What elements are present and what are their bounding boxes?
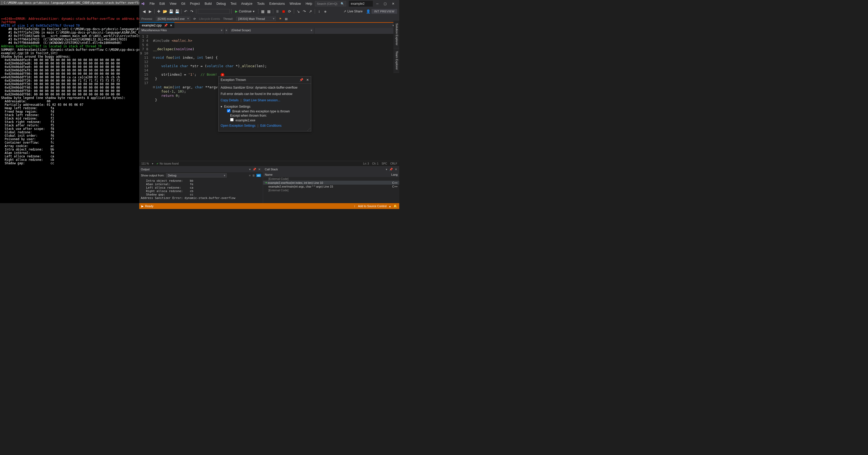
debug-tool-1[interactable]: ▦ bbox=[260, 8, 265, 14]
menu-file[interactable]: File bbox=[147, 1, 157, 6]
debug-status-icon: ▶ bbox=[142, 204, 144, 208]
console-titlebar[interactable]: C:\MSDN\cpp-docs-pr\docs\c-language\ASAN… bbox=[0, 0, 139, 5]
chevron-up-icon[interactable]: ▴ bbox=[389, 204, 391, 208]
tab-example2[interactable]: example2.cpp 📌 ✕ bbox=[140, 22, 175, 28]
dropdown-icon[interactable]: ▾ bbox=[385, 168, 388, 171]
current-frame-icon: ➜ bbox=[265, 181, 267, 184]
redo-icon[interactable]: ↷ bbox=[189, 8, 194, 14]
scope-global[interactable]: (Global Scope) bbox=[229, 28, 314, 34]
break-checkbox[interactable] bbox=[227, 109, 230, 112]
add-source-control[interactable]: Add to Source Control bbox=[358, 204, 386, 208]
step-into-icon[interactable]: ↘ bbox=[296, 8, 301, 14]
pin-icon[interactable]: 📌 bbox=[389, 168, 394, 171]
menu-debug[interactable]: Debug bbox=[214, 1, 228, 6]
wrap-icon[interactable]: ≣ bbox=[252, 174, 255, 177]
open-icon[interactable]: 📂 bbox=[162, 8, 167, 14]
save-all-icon[interactable]: 💾 bbox=[175, 8, 180, 14]
nav-fwd-icon[interactable]: ▶ bbox=[148, 8, 153, 14]
pin-icon[interactable]: 📌 bbox=[252, 168, 257, 171]
nav-back-icon[interactable]: ◀ bbox=[142, 8, 147, 14]
thread-combo[interactable]: [38316] Main Thread bbox=[236, 17, 276, 21]
copy-details-link[interactable]: Copy Details bbox=[221, 98, 239, 102]
config-combo[interactable] bbox=[198, 9, 229, 14]
flag-icon[interactable]: ⚑ bbox=[279, 17, 282, 21]
step-over-icon[interactable]: ↷ bbox=[302, 8, 307, 14]
code-editor[interactable]: 1 2 3 4 5 6 7 8 9 10 11 12 13 14 15 16 1… bbox=[139, 34, 399, 161]
exception-settings-toggle[interactable]: ▾ Exception Settings bbox=[221, 105, 309, 109]
edit-conditions-link[interactable]: Edit Conditions bbox=[260, 124, 282, 127]
menu-git[interactable]: Git bbox=[179, 1, 188, 6]
menu-test[interactable]: Test bbox=[228, 1, 239, 6]
notification-icon[interactable]: 🔔 bbox=[394, 204, 397, 208]
close-button[interactable]: ✕ bbox=[389, 1, 397, 7]
menu-help[interactable]: Help bbox=[303, 1, 315, 6]
search-box[interactable]: Search (Ctrl+Q) 🔍 bbox=[315, 1, 346, 6]
restart-icon[interactable]: ⟳ bbox=[287, 8, 292, 14]
continue-button[interactable]: ▶ Continue ▾ bbox=[233, 9, 256, 14]
tab-close-icon[interactable]: ✕ bbox=[170, 24, 172, 27]
solution-explorer-tab[interactable]: Solution Explorer bbox=[394, 21, 399, 49]
resize-grip-icon[interactable]: ⋰ bbox=[307, 127, 310, 131]
dropdown-icon[interactable]: ▾ bbox=[249, 168, 251, 171]
module-checkbox[interactable] bbox=[230, 118, 234, 121]
minimize-button[interactable]: ─ bbox=[373, 1, 381, 7]
close-icon[interactable]: ✕ bbox=[394, 168, 398, 171]
maximize-button[interactable]: ▢ bbox=[381, 1, 389, 7]
process-combo[interactable]: [6248] example2.exe bbox=[156, 17, 190, 21]
menu-extensions[interactable]: Extensions bbox=[267, 1, 287, 6]
scope-project[interactable]: Miscellaneous Files bbox=[139, 28, 224, 34]
close-icon[interactable]: ✕ bbox=[258, 168, 261, 171]
team-explorer-tab[interactable]: Team Explorer bbox=[394, 49, 399, 73]
callstack-lang-header[interactable]: Lang bbox=[391, 173, 398, 176]
open-exc-settings-link[interactable]: Open Exception Settings bbox=[221, 124, 255, 127]
menu-analyze[interactable]: Analyze bbox=[239, 1, 255, 6]
callstack-name-header[interactable]: Name bbox=[265, 173, 389, 176]
feedback-icon[interactable]: 👤 bbox=[366, 8, 371, 14]
title-bar: FileEditViewGitProjectBuildDebugTestAnal… bbox=[139, 0, 399, 7]
callstack-row[interactable]: example2.exe!main(int argc, char * * arg… bbox=[263, 184, 399, 188]
toggle-icon[interactable]: ab bbox=[256, 174, 261, 177]
except-label: Except when thrown from: bbox=[221, 114, 309, 117]
debug-tool-2[interactable]: ▦ bbox=[266, 8, 271, 14]
menu-project[interactable]: Project bbox=[188, 1, 202, 6]
clear-icon[interactable]: ≡ bbox=[249, 174, 250, 177]
output-title: Output bbox=[141, 168, 150, 171]
menu-build[interactable]: Build bbox=[202, 1, 214, 6]
menu-view[interactable]: View bbox=[167, 1, 179, 6]
new-icon[interactable]: ✚ bbox=[156, 8, 161, 14]
scope-bar: Miscellaneous Files (Global Scope) bbox=[139, 28, 399, 34]
check-icon: ✔ bbox=[156, 162, 159, 165]
refresh-icon[interactable]: ⟳ bbox=[193, 17, 196, 21]
upload-icon[interactable]: ↑ bbox=[354, 204, 355, 208]
pause-icon[interactable]: ⏸ bbox=[275, 8, 280, 14]
close-icon[interactable]: ✕ bbox=[306, 78, 309, 82]
menu-edit[interactable]: Edit bbox=[157, 1, 167, 6]
zoom-level[interactable]: 111 % bbox=[142, 162, 149, 165]
menu-window[interactable]: Window bbox=[287, 1, 303, 6]
pin-icon[interactable]: 📌 bbox=[299, 78, 303, 82]
tab-bar: example2.cpp 📌 ✕ ▾ ⚙ bbox=[139, 22, 399, 28]
live-share-button[interactable]: ↗ Live Share bbox=[341, 9, 365, 14]
liveshare-icon: ↗ bbox=[343, 9, 346, 13]
solution-name[interactable]: example2 bbox=[349, 1, 373, 7]
callstack-row[interactable]: ➜example2.exe!foo(int index, int len) Li… bbox=[263, 181, 399, 184]
col-indicator: Ch: 1 bbox=[372, 162, 378, 165]
tool-b[interactable]: ⎈ bbox=[322, 8, 328, 14]
menu-tools[interactable]: Tools bbox=[255, 1, 267, 6]
chevron-down-icon[interactable]: ▾ bbox=[152, 162, 153, 165]
status-ready: Ready bbox=[145, 204, 154, 208]
scope-member[interactable] bbox=[314, 28, 399, 34]
scope-empty[interactable] bbox=[225, 28, 229, 34]
stop-icon[interactable]: ⏹ bbox=[281, 8, 286, 14]
stack-icon[interactable]: ▤ bbox=[285, 17, 287, 21]
pin-icon[interactable]: 📌 bbox=[164, 24, 168, 27]
save-icon[interactable]: 💾 bbox=[168, 8, 174, 14]
start-liveshare-link[interactable]: Start Live Share session... bbox=[243, 98, 280, 102]
callstack-row[interactable]: [External Code] bbox=[263, 177, 399, 181]
output-text[interactable]: Intra object redzone: bb ASan internal: … bbox=[139, 178, 262, 203]
callstack-row[interactable]: [External Code] bbox=[263, 188, 399, 192]
step-out-icon[interactable]: ↗ bbox=[308, 8, 313, 14]
tool-a[interactable]: ↕ bbox=[316, 8, 322, 14]
undo-icon[interactable]: ↶ bbox=[183, 8, 188, 14]
output-source-combo[interactable]: Debug bbox=[166, 173, 227, 177]
